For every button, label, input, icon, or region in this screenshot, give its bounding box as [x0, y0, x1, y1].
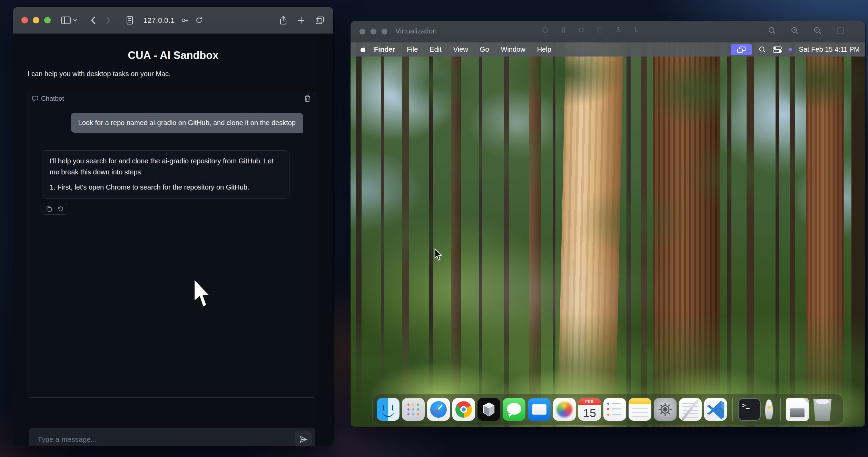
status-icon[interactable]: [579, 28, 584, 32]
menu-view[interactable]: View: [447, 45, 474, 53]
dock-rocket-icon[interactable]: [763, 398, 775, 421]
menu-file[interactable]: File: [401, 45, 424, 53]
bot-message-paragraph-1: I'll help you search for and clone the a…: [50, 155, 282, 177]
reload-icon[interactable]: [195, 17, 203, 24]
reader-icon[interactable]: [126, 16, 134, 24]
key-icon[interactable]: [181, 17, 189, 24]
virtualization-window: Virtualization S L: [351, 21, 865, 427]
menu-go[interactable]: Go: [474, 45, 495, 53]
user-message-row: Look for a repo named ai-gradio on GitHu…: [71, 113, 303, 133]
dock-divider: [780, 398, 781, 421]
safari-toolbar: 127.0.0.1: [13, 7, 333, 34]
fullscreen-icon[interactable]: [836, 27, 845, 35]
window-controls: [21, 17, 51, 23]
vm-screen: Finder File Edit View Go Window Help Sat…: [351, 42, 865, 427]
dock-messages-icon[interactable]: [503, 398, 525, 421]
minimize-button[interactable]: [33, 17, 39, 23]
dock-divider: [732, 398, 733, 421]
dock-chrome-icon[interactable]: [452, 398, 475, 421]
vm-zoom-controls: [768, 27, 845, 35]
chevron-down-icon[interactable]: [73, 19, 78, 22]
menubar-clock[interactable]: Sat Feb 15 4:11 PM: [799, 45, 860, 53]
power-icon[interactable]: [542, 27, 548, 33]
dock-safari-icon[interactable]: [427, 398, 450, 421]
chat-icon: [32, 95, 38, 102]
menu-help[interactable]: Help: [531, 45, 557, 53]
zoom-in-icon[interactable]: [813, 27, 822, 35]
url-text: 127.0.0.1: [144, 16, 175, 24]
l-icon[interactable]: L: [634, 26, 638, 34]
copy-icon[interactable]: [46, 206, 52, 212]
chatbot-panel: Chatbot Look for a repo named ai-gradio …: [28, 92, 315, 398]
forward-icon[interactable]: [106, 16, 111, 24]
tab-overview-icon[interactable]: [315, 16, 324, 24]
control-center-icon[interactable]: [773, 46, 782, 53]
bot-message-paragraph-2: 1. First, let's open Chrome to search fo…: [50, 182, 282, 193]
minimize-button[interactable]: [371, 29, 376, 34]
dock-mail-icon[interactable]: [528, 398, 551, 421]
dock-finder-icon[interactable]: [377, 398, 400, 421]
safari-window: 127.0.0.1 CUA - A: [13, 7, 333, 446]
trash-icon[interactable]: [304, 95, 311, 104]
retry-icon[interactable]: [58, 206, 64, 212]
vm-menubar: Finder File Edit View Go Window Help Sat…: [351, 42, 865, 57]
bot-message[interactable]: I'll help you search for and clone the a…: [42, 150, 289, 199]
dock-terminal-icon[interactable]: >_: [738, 398, 761, 421]
dock-vscode-icon[interactable]: [704, 398, 727, 421]
address-bar[interactable]: 127.0.0.1: [144, 16, 203, 24]
frame-icon[interactable]: [598, 28, 602, 32]
dock-system-settings-icon[interactable]: [654, 398, 677, 421]
dock-textedit-icon[interactable]: [679, 398, 702, 421]
dock-document-icon[interactable]: [786, 398, 809, 421]
dock-calendar-icon[interactable]: FEB 15: [578, 398, 601, 421]
sidebar-icon[interactable]: [61, 17, 71, 24]
zoom-button[interactable]: [44, 17, 51, 23]
share-icon[interactable]: [279, 16, 287, 25]
dock-trash-icon[interactable]: [811, 398, 834, 421]
message-actions: [42, 203, 68, 215]
page-title: CUA - AI Sandbox: [13, 49, 333, 62]
terminal-glyph: >_: [742, 402, 750, 409]
close-button[interactable]: [359, 29, 365, 34]
chatbot-tab: Chatbot: [28, 92, 72, 105]
message-input[interactable]: [29, 435, 295, 444]
menu-window[interactable]: Window: [495, 45, 531, 53]
search-icon[interactable]: [759, 46, 766, 53]
calendar-month: FEB: [578, 398, 601, 405]
vm-toolbar: S L: [542, 26, 638, 34]
desktop: 127.0.0.1 CUA - A: [0, 0, 868, 457]
dock-cube-app-icon[interactable]: [477, 398, 500, 421]
gradio-page: CUA - AI Sandbox I can help you with des…: [13, 34, 333, 446]
siri-dot-icon[interactable]: [789, 48, 792, 51]
vm-titlebar: Virtualization S L: [351, 21, 865, 42]
dock-notes-icon[interactable]: [629, 398, 651, 421]
calendar-day: 15: [578, 405, 601, 421]
zoom-button[interactable]: [382, 29, 387, 34]
zoom-out-icon[interactable]: [768, 27, 776, 35]
vm-window-title: Virtualization: [395, 27, 437, 35]
apple-menu-icon[interactable]: [360, 46, 367, 53]
dock-launchpad-icon[interactable]: [402, 398, 425, 421]
screen-sharing-icon[interactable]: [731, 44, 752, 55]
user-message[interactable]: Look for a repo named ai-gradio on GitHu…: [71, 113, 303, 133]
dock-reminders-icon[interactable]: [603, 398, 626, 421]
dock-photos-icon[interactable]: [553, 398, 576, 421]
message-input-row: [29, 428, 315, 446]
dock: FEB 15 >_: [372, 394, 844, 425]
back-icon[interactable]: [91, 16, 96, 24]
zoom-reset-icon[interactable]: [791, 27, 799, 35]
s-icon[interactable]: S: [616, 26, 621, 34]
menu-edit[interactable]: Edit: [424, 45, 447, 53]
pause-icon[interactable]: [562, 27, 565, 33]
send-button[interactable]: [295, 431, 312, 446]
menu-finder[interactable]: Finder: [368, 45, 401, 53]
close-button[interactable]: [21, 17, 28, 23]
new-tab-icon[interactable]: [297, 17, 305, 24]
vm-window-controls: [359, 29, 387, 34]
chatbot-label: Chatbot: [41, 95, 64, 102]
page-subtitle: I can help you with desktop tasks on you…: [28, 70, 171, 78]
